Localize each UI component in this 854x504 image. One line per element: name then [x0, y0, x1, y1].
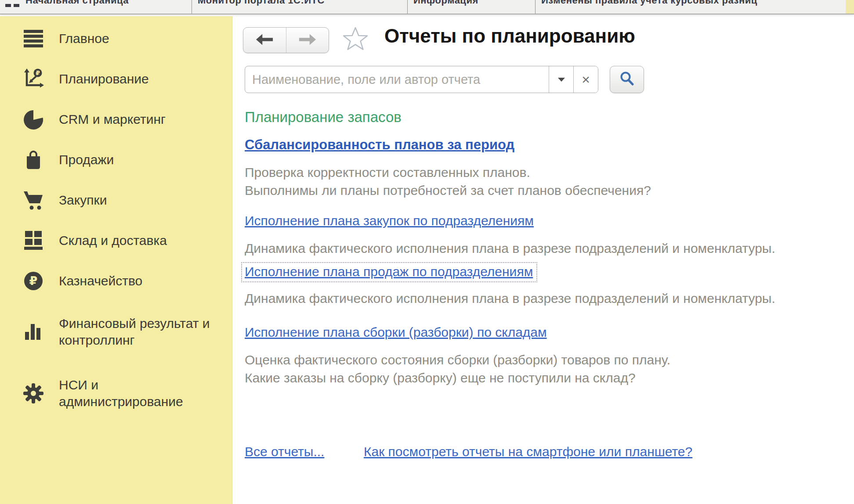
search-dropdown-button[interactable]: [549, 66, 573, 93]
report-description: Оценка фактического состояния сборки (ра…: [245, 351, 670, 387]
purchases-cart-icon: [22, 190, 45, 211]
sidebar-item-label: CRM и маркетинг: [59, 111, 166, 128]
search-button[interactable]: [610, 66, 644, 93]
search-clear-button[interactable]: ×: [573, 66, 598, 93]
app-window: Начальная страница Монитор портала 1С:ИТ…: [0, 0, 854, 504]
sidebar-item-finance[interactable]: Финансовый результат и контроллинг: [0, 301, 232, 363]
page-title: Отчеты по планированию: [384, 25, 635, 47]
tab-label: Информация: [413, 0, 478, 6]
app-logo-icon: [5, 1, 23, 4]
tab-label: Начальная страница: [25, 0, 129, 6]
sidebar-item-treasury[interactable]: ₽ Казначейство: [0, 261, 232, 301]
search-input[interactable]: [245, 66, 549, 93]
history-nav: [243, 27, 329, 53]
report-description: Динамика фактического исполнения плана в…: [245, 239, 775, 257]
how-to-view-on-mobile-link[interactable]: Как посмотреть отчеты на смартфоне или п…: [364, 444, 692, 459]
close-icon: ×: [582, 72, 590, 86]
report-link-sales-plan-execution-focused[interactable]: Исполнение плана продаж по подразделения…: [241, 262, 537, 282]
tab-label: Монитор портала 1С:ИТС: [198, 0, 325, 6]
sidebar-item-label: НСИ и администрирование: [59, 377, 183, 410]
magnifier-icon: [619, 71, 635, 88]
forward-button[interactable]: [286, 28, 329, 53]
main-area: Отчеты по планированию × Планирование за…: [233, 16, 854, 504]
taskbar: Начальная страница Монитор портала 1С:ИТ…: [0, 0, 854, 14]
svg-text:₽: ₽: [36, 69, 40, 76]
tab-information[interactable]: Информация: [407, 0, 536, 14]
warehouse-icon: [22, 230, 45, 251]
sales-bag-icon: [22, 149, 45, 170]
sidebar-item-label: Закупки: [59, 192, 107, 209]
sidebar-item-main[interactable]: Главное: [0, 18, 232, 59]
tab-partial[interactable]: [846, 0, 854, 14]
all-reports-link[interactable]: Все отчеты...: [245, 444, 324, 459]
sidebar-item-label: Финансовый результат и контроллинг: [59, 315, 210, 349]
sidebar-item-label: Склад и доставка: [59, 232, 167, 249]
sidebar-item-administration[interactable]: НСИ и администрирование: [0, 363, 232, 424]
footer-links: Все отчеты... Как посмотреть отчеты на с…: [245, 444, 324, 459]
report-description: Динамика фактического исполнения плана в…: [245, 289, 775, 307]
planning-icon: ₽: [22, 68, 45, 90]
report-description: Проверка корректности составленных плано…: [245, 163, 651, 199]
arrow-left-icon: [255, 33, 274, 48]
sidebar-item-label: Продажи: [59, 151, 114, 168]
crm-pie-icon: [22, 109, 45, 130]
tab-its-monitor[interactable]: Монитор портала 1С:ИТС: [192, 0, 408, 14]
treasury-ruble-icon: ₽: [22, 270, 45, 292]
sidebar-item-label: Планирование: [59, 71, 149, 87]
chevron-down-icon: [558, 78, 565, 82]
tab-currency-rules[interactable]: Изменены правила учета курсовых разниц: [535, 0, 846, 14]
finance-bars-icon: [22, 321, 45, 342]
svg-text:₽: ₽: [29, 274, 38, 288]
report-link-purchase-plan-execution[interactable]: Исполнение плана закупок по подразделени…: [245, 213, 534, 228]
sidebar-item-planning[interactable]: ₽ Планирование: [0, 59, 232, 99]
sidebar-item-purchases[interactable]: Закупки: [0, 180, 232, 220]
report-link-assembly-plan-execution[interactable]: Исполнение плана сборки (разборки) по ск…: [245, 325, 547, 340]
menu-icon: [22, 28, 45, 49]
gear-icon: [22, 383, 45, 404]
section-title: Планирование запасов: [245, 109, 402, 126]
sidebar-item-crm[interactable]: CRM и маркетинг: [0, 99, 232, 140]
tab-home[interactable]: Начальная страница: [0, 0, 192, 14]
tab-label: Изменены правила учета курсовых разниц: [541, 0, 757, 6]
sidebar-item-sales[interactable]: Продажи: [0, 140, 232, 180]
sidebar-item-label: Главное: [59, 30, 109, 47]
sidebar-item-label: Казначейство: [59, 273, 142, 289]
report-link-balance-of-plans[interactable]: Сбалансированность планов за период: [245, 137, 514, 153]
sidebar: Главное ₽ Планирование: [0, 16, 232, 504]
report-search-combo: ×: [245, 66, 598, 93]
favorite-star-icon[interactable]: [342, 26, 369, 52]
arrow-right-icon: [298, 33, 317, 48]
back-button[interactable]: [243, 28, 286, 53]
sidebar-item-warehouse[interactable]: Склад и доставка: [0, 220, 232, 261]
